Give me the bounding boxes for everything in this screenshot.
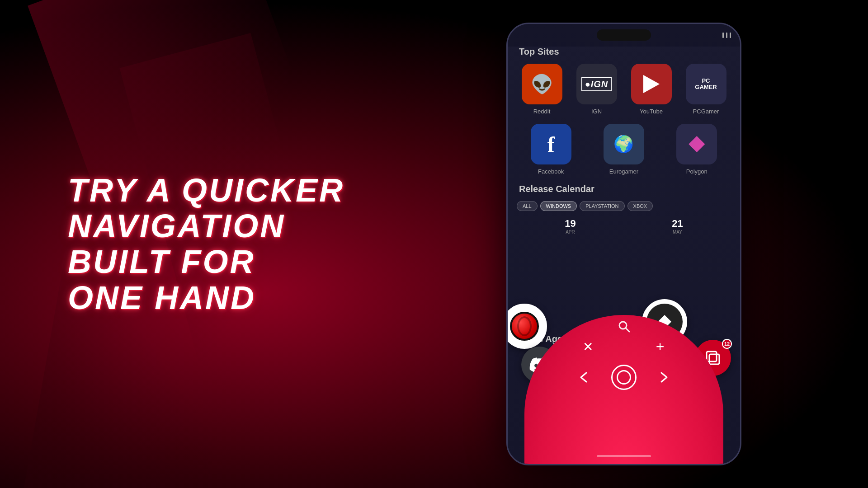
headline-line3: BUILT FOR xyxy=(68,244,344,280)
youtube-label: YouTube xyxy=(640,108,663,115)
eurogamer-globe-icon: 🌍 xyxy=(613,135,634,154)
facebook-label: Facebook xyxy=(538,168,564,175)
wifi-icon xyxy=(726,33,727,38)
ign-icon: ●IGN xyxy=(576,64,617,104)
nav-close-button[interactable]: ✕ xyxy=(579,338,597,356)
close-icon: ✕ xyxy=(583,339,593,354)
nav-forward-button[interactable] xyxy=(655,368,673,386)
top-sites-title: Top Sites xyxy=(517,47,731,57)
top-sites-row2: f Facebook 🌍 Eurogamer Polygon xyxy=(517,124,731,175)
nav-overlay: 12 ✕ + xyxy=(508,274,740,464)
site-tile-eurogamer[interactable]: 🌍 Eurogamer xyxy=(590,124,658,175)
ign-label: IGN xyxy=(591,108,602,115)
reddit-alien-icon: 👽 xyxy=(531,74,553,95)
filter-all[interactable]: ALL xyxy=(517,201,538,211)
filter-xbox[interactable]: XBOX xyxy=(627,201,653,211)
reddit-label: Reddit xyxy=(533,108,551,115)
phone-home-indicator xyxy=(597,455,651,457)
facebook-icon: f xyxy=(531,124,571,164)
nav-back-button[interactable] xyxy=(575,368,593,386)
tabs-count-badge: 12 xyxy=(722,339,732,349)
battery-icon xyxy=(730,33,731,38)
site-tile-ign[interactable]: ●IGN IGN xyxy=(571,64,622,115)
cal-day-2: 21 xyxy=(672,218,683,230)
cal-date-1: 19 APR xyxy=(565,218,576,235)
filter-playstation[interactable]: PLAYSTATION xyxy=(580,201,624,211)
cal-day-1: 19 xyxy=(565,218,576,230)
nav-search-icon[interactable] xyxy=(617,319,631,336)
phone-frame: Top Sites 👽 Reddit ●IGN IGN xyxy=(506,23,741,465)
site-tile-youtube[interactable]: YouTube xyxy=(626,64,676,115)
svg-rect-1 xyxy=(709,354,719,364)
eurogamer-icon: 🌍 xyxy=(604,124,644,164)
headline-text: TRY A QUICKER NAVIGATION BUILT FOR ONE H… xyxy=(68,173,344,316)
opera-app-icon[interactable] xyxy=(508,304,547,349)
polygon-icon xyxy=(676,124,717,164)
nav-semicircle: ✕ + xyxy=(524,315,723,464)
polygon-label: Polygon xyxy=(686,168,708,175)
nav-home-button[interactable] xyxy=(611,365,637,390)
home-circle-icon xyxy=(617,370,631,385)
reddit-icon: 👽 xyxy=(522,64,562,104)
pcgamer-logo-text: PCGAMER xyxy=(695,78,717,91)
release-calendar-section: Release Calendar ALL WINDOWS PLAYSTATION… xyxy=(517,184,731,235)
add-icon: + xyxy=(656,338,665,355)
back-arrow-icon xyxy=(577,371,591,384)
calendar-dates: 19 APR 21 MAY xyxy=(517,218,731,235)
headline-line2: NAVIGATION xyxy=(68,208,344,244)
filter-tabs: ALL WINDOWS PLAYSTATION XBOX xyxy=(517,201,731,211)
site-tile-polygon[interactable]: Polygon xyxy=(663,124,731,175)
status-icons xyxy=(722,33,731,38)
site-tile-facebook[interactable]: f Facebook xyxy=(517,124,585,175)
filter-windows[interactable]: WINDOWS xyxy=(540,201,577,211)
forward-arrow-icon xyxy=(657,371,670,384)
site-tile-reddit[interactable]: 👽 Reddit xyxy=(517,64,567,115)
pcgamer-icon: PCGAMER xyxy=(686,64,726,104)
youtube-play-icon xyxy=(643,75,660,93)
svg-rect-0 xyxy=(707,352,717,361)
cal-date-2: 21 MAY xyxy=(672,218,683,235)
nav-controls-top: ✕ + xyxy=(579,338,669,356)
top-sites-row1: 👽 Reddit ●IGN IGN YouTube xyxy=(517,64,731,115)
headline-section: TRY A QUICKER NAVIGATION BUILT FOR ONE H… xyxy=(68,173,344,316)
headline-line4: ONE HAND xyxy=(68,280,344,315)
release-calendar-title: Release Calendar xyxy=(517,184,731,194)
headline-line1: TRY A QUICKER xyxy=(68,173,344,208)
signal-icon xyxy=(722,33,724,38)
cal-month-2: MAY xyxy=(672,230,683,235)
nav-add-button[interactable]: + xyxy=(651,338,669,356)
nav-controls-bottom xyxy=(575,365,673,390)
svg-line-3 xyxy=(626,328,629,332)
facebook-f-logo: f xyxy=(547,132,555,157)
youtube-icon xyxy=(631,64,672,104)
ign-logo-text: ●IGN xyxy=(581,77,612,91)
eurogamer-label: Eurogamer xyxy=(609,168,638,175)
cal-month-1: APR xyxy=(565,230,576,235)
phone-screen: Top Sites 👽 Reddit ●IGN IGN xyxy=(508,24,740,464)
polygon-diamond-icon xyxy=(689,136,705,152)
pcgamer-label: PCGamer xyxy=(693,108,719,115)
phone-notch xyxy=(597,29,651,41)
site-tile-pcgamer[interactable]: PCGAMER PCGamer xyxy=(681,64,731,115)
opera-logo xyxy=(510,312,539,341)
